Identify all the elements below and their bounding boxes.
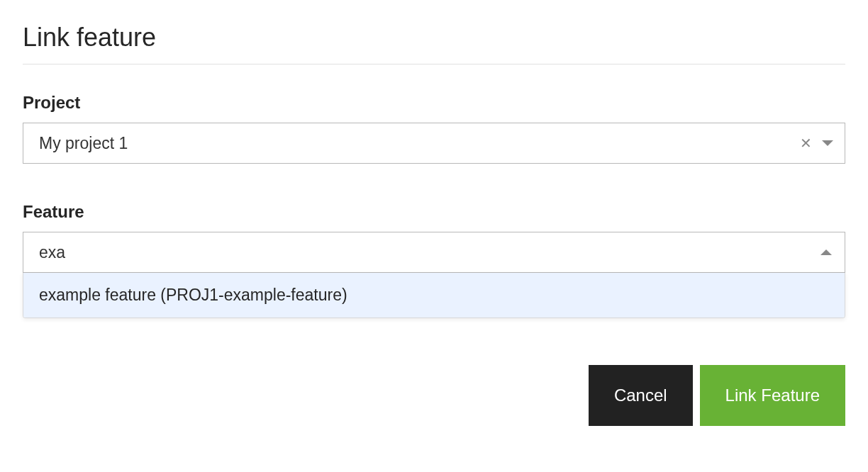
feature-input-row[interactable] <box>23 232 845 273</box>
feature-input[interactable] <box>39 243 820 262</box>
caret-down-icon[interactable] <box>822 140 833 146</box>
feature-option[interactable]: example feature (PROJ1-example-feature) <box>23 273 845 318</box>
feature-field-group: Feature example feature (PROJ1-example-f… <box>23 202 845 273</box>
feature-combobox: example feature (PROJ1-example-feature) <box>23 232 845 273</box>
project-select-controls: ✕ <box>800 136 833 150</box>
project-select-wrapper: My project 1 ✕ <box>23 123 845 164</box>
feature-label: Feature <box>23 202 845 222</box>
button-row: Cancel Link Feature <box>23 365 845 426</box>
project-field-group: Project My project 1 ✕ <box>23 93 845 164</box>
feature-dropdown-panel: example feature (PROJ1-example-feature) <box>23 273 845 318</box>
clear-icon[interactable]: ✕ <box>800 136 812 150</box>
project-select[interactable]: My project 1 ✕ <box>23 123 845 164</box>
project-label: Project <box>23 93 845 113</box>
project-selected-value: My project 1 <box>39 134 800 153</box>
cancel-button[interactable]: Cancel <box>589 365 693 426</box>
caret-up-icon[interactable] <box>820 249 832 255</box>
dialog-title: Link feature <box>23 23 845 64</box>
link-feature-button[interactable]: Link Feature <box>700 365 845 426</box>
